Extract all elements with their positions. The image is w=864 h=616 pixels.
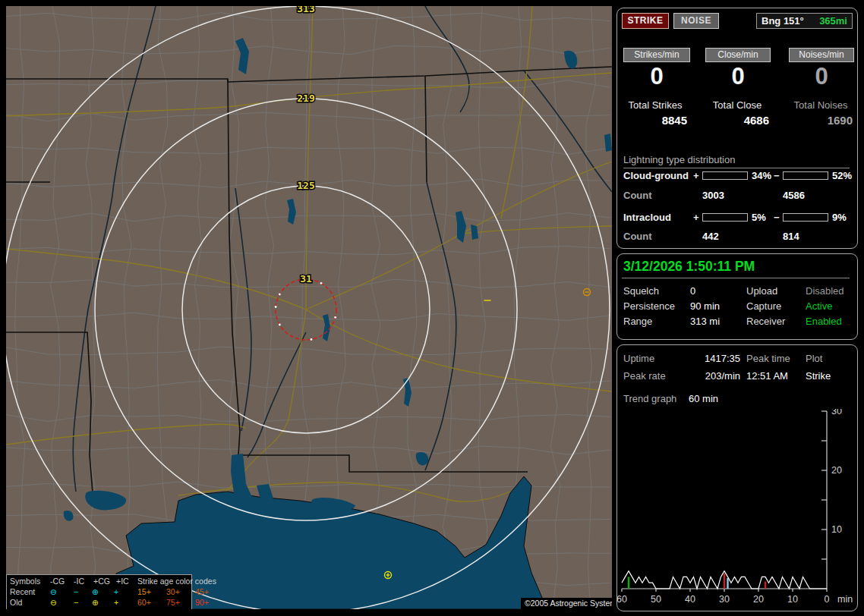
plus-sign: + [693,170,699,181]
legend-ic-plus-symbol: + [114,597,118,608]
app-window: 31321912531 Symbols -CG -IC +CG +IC Stri… [0,0,864,616]
legend-age-75plus: 75+ [166,597,180,608]
svg-text:40: 40 [685,594,695,605]
plot-label: Plot [806,353,822,364]
cg-minus-pct: 52% [832,170,852,181]
capture-status: Active [806,300,832,312]
persistence-value: 90 min [690,300,720,312]
close-per-min-button[interactable]: Close/min [705,48,771,62]
svg-text:20: 20 [753,594,764,605]
strike-dot [334,316,336,319]
legend-age-45plus: 45+ [195,586,209,597]
total-noises-value: 1690 [789,114,853,127]
ring-label-31: 31 [300,273,312,284]
upload-label: Upload [746,285,777,297]
map-canvas[interactable]: 31321912531 Symbols -CG -IC +CG +IC Stri… [6,6,612,609]
strike-mode-button[interactable]: STRIKE [622,13,669,29]
legend-age-title: Strike age color codes [137,576,216,586]
cg-plus-pct: 34% [752,170,771,181]
strike-counters-panel: STRIKE NOISE Bng 151° 365mi Strikes/min … [616,8,858,249]
noises-per-min-button[interactable]: Noises/min [789,48,854,62]
ring-label-219: 219 [297,93,314,104]
persistence-label: Persistence [623,300,675,312]
cloud-ground-label: Cloud-ground [623,170,689,181]
range-value: 365mi [819,14,847,28]
copyright-text: ©2005 Astrogenic Systems [521,598,612,609]
svg-text:30: 30 [719,594,730,605]
trend-graph-label: Trend graph [623,393,676,404]
legend-ic-minus-symbol: − [74,597,78,608]
plot-type-value: Strike [806,370,831,382]
legend-age-30plus: 30+ [166,586,180,597]
strike-dot [311,338,313,341]
datetime-display: 3/12/2026 1:50:11 PM [623,259,755,275]
uptime-value: 1417:35 [689,353,740,364]
status-panel: 3/12/2026 1:50:11 PM Squelch 0 Upload Di… [616,253,858,340]
divider [622,278,850,278]
range-label: Range [623,316,652,327]
trend-window-value: 60 min [689,393,718,404]
legend-age-60plus: 60+ [137,597,151,608]
ic-minus-count: 814 [783,231,799,242]
squelch-label: Squelch [623,285,659,297]
plus-sign: + [693,212,699,223]
uptime-label: Uptime [623,353,654,364]
legend-col-neg-cg: -CG [50,576,65,586]
minus-sign: − [774,212,780,223]
svg-text:60: 60 [617,594,627,605]
trend-panel: Uptime 1417:35 Peak time Plot Peak rate … [616,344,858,611]
noises-rate: 0 [789,63,854,90]
cg-minus-count: 4586 [783,190,805,201]
legend-col-pos-ic: +IC [116,576,129,586]
legend-cg-minus-symbol: ⊖ [50,586,57,597]
upload-status: Disabled [806,285,844,297]
legend-age-15plus: 15+ [137,586,151,597]
svg-text:50: 50 [651,594,661,605]
strikes-rate: 0 [623,63,690,90]
distribution-title: Lightning type distribution [623,154,850,168]
trend-graph: 1020306050403020100min [617,409,857,609]
strikes-per-min-button[interactable]: Strikes/min [623,48,690,62]
peak-rate-label: Peak rate [623,370,666,382]
ic-plus-bar [702,213,748,222]
peak-time-value: 12:51 AM [746,370,788,382]
strike-dot [279,294,281,296]
receiver-status: Enabled [806,316,842,327]
legend-cg-plus-symbol: ⊕ [92,586,99,597]
strike-dot [320,282,323,284]
bearing-value: Bng 151° [762,15,804,27]
ic-minus-bar [783,213,828,222]
noise-mode-button[interactable]: NOISE [673,13,719,29]
ic-plus-pct: 5% [752,212,766,223]
intracloud-label: Intracloud [623,212,671,223]
count-label: Count [623,231,652,242]
legend-col-neg-ic: -IC [74,576,84,586]
map-legend: Symbols -CG -IC +CG +IC Strike age color… [6,574,192,609]
receiver-label: Receiver [746,316,785,327]
total-noises-label: Total Noises [786,99,856,111]
svg-text:10: 10 [787,594,798,605]
legend-age-row-label: Old [10,597,22,608]
ic-plus-count: 442 [702,231,719,242]
svg-text:10: 10 [831,524,842,535]
total-close-label: Total Close [702,99,772,111]
peak-time-label: Peak time [746,353,790,364]
legend-col-pos-cg: +CG [93,576,110,586]
legend-ic-plus-symbol: + [114,586,118,597]
svg-text:0: 0 [825,594,830,605]
legend-age-row-label: Recent [10,586,35,597]
close-rate: 0 [705,63,771,90]
legend-ic-minus-symbol: − [74,586,78,597]
peak-rate-value: 203/min [689,370,740,382]
ring-label-125: 125 [297,180,314,191]
capture-label: Capture [746,300,781,312]
cg-plus-bar [702,171,748,180]
legend-symbols-label: Symbols [10,576,40,586]
legend-age-90plus: 90+ [195,597,209,608]
legend-cg-minus-symbol: ⊖ [50,597,57,608]
legend-cg-plus-symbol: ⊕ [92,597,99,608]
range-value: 313 mi [690,316,720,327]
cg-plus-count: 3003 [702,190,724,201]
svg-text:30: 30 [831,409,842,416]
bearing-range-display: Bng 151° 365mi [756,13,853,29]
